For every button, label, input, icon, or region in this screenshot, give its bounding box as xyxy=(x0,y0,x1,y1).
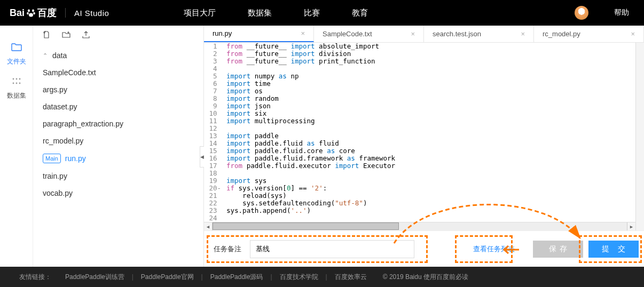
scroll-track[interactable] xyxy=(213,222,627,231)
footer-link[interactable]: PaddlePaddle官网 xyxy=(141,273,194,282)
sidebar-datasets[interactable]: 数据集 xyxy=(0,73,33,105)
folder-icon xyxy=(11,43,22,54)
studio-label: AI Studio xyxy=(74,9,109,18)
scroll-right-icon[interactable]: ▶ xyxy=(627,222,635,231)
close-icon[interactable]: × xyxy=(521,30,525,38)
new-folder-icon[interactable] xyxy=(62,31,70,40)
tree-file[interactable]: train.py xyxy=(42,168,195,185)
scroll-left-icon[interactable]: ◀ xyxy=(204,222,213,231)
logo[interactable]: Bai 百度 AI Studio xyxy=(10,6,109,19)
tab-search[interactable]: search.test.json× xyxy=(424,26,534,42)
top-nav: Bai 百度 AI Studio 项目大厅 数据集 比赛 教育 帮助 xyxy=(0,0,644,26)
dataset-icon xyxy=(11,77,22,88)
remark-input[interactable] xyxy=(250,240,414,258)
main-nav: 项目大厅 数据集 比赛 教育 xyxy=(184,8,368,18)
svg-point-2 xyxy=(27,12,29,14)
svg-point-10 xyxy=(19,83,20,84)
nav-projects[interactable]: 项目大厅 xyxy=(184,8,216,18)
footer-copyright: © 2019 Baidu 使用百度前必读 xyxy=(383,273,468,282)
tree-file[interactable]: rc_model.py xyxy=(42,132,195,149)
editor-tabs: run.py× SampleCode.txt× search.test.json… xyxy=(204,26,644,43)
file-tree: ⌃data SampleCode.txt args.py dataset.py … xyxy=(33,45,203,267)
tab-rcmodel[interactable]: rc_model.py× xyxy=(534,26,644,42)
collapse-handle[interactable]: ◀ xyxy=(200,146,204,168)
file-toolbar xyxy=(33,26,203,45)
sidebar-datasets-label: 数据集 xyxy=(7,91,26,100)
tree-file[interactable]: paragraph_extraction.py xyxy=(42,115,195,132)
close-icon[interactable]: × xyxy=(631,30,635,38)
svg-point-9 xyxy=(15,83,17,84)
tree-file[interactable]: SampleCode.txt xyxy=(42,64,195,81)
help-link[interactable]: 帮助 xyxy=(614,8,629,18)
remark-label: 任务备注 xyxy=(214,244,241,254)
footer-link[interactable]: PaddlePaddle源码 xyxy=(210,273,263,282)
tree-file[interactable]: dataset.py xyxy=(42,98,195,115)
tree-folder[interactable]: ⌃data xyxy=(42,47,195,64)
nav-education[interactable]: 教育 xyxy=(352,8,368,18)
h-scrollbar[interactable]: ◀ ▶ xyxy=(204,222,635,230)
close-icon[interactable]: × xyxy=(301,29,305,37)
footer-label: 友情链接： xyxy=(19,273,51,282)
view-tasks-link[interactable]: 查看任务列表 xyxy=(473,244,515,254)
save-button[interactable]: 保存 xyxy=(533,241,583,258)
code-editor[interactable]: 1 from __future__ import absolute_import… xyxy=(204,43,644,230)
footer: 友情链接： PaddlePaddle训练营| PaddlePaddle官网| P… xyxy=(0,267,644,287)
chevron-down-icon: ⌃ xyxy=(43,52,48,59)
editor-area: ◀ run.py× SampleCode.txt× search.test.js… xyxy=(204,26,644,267)
sidebar-files[interactable]: 文件夹 xyxy=(0,38,33,70)
svg-point-5 xyxy=(12,78,14,80)
tab-run[interactable]: run.py× xyxy=(204,26,314,42)
submit-button[interactable]: 提 交 xyxy=(588,241,639,258)
footer-link[interactable]: 百度技术学院 xyxy=(280,273,318,282)
footer-link[interactable]: 百度效率云 xyxy=(335,273,367,282)
nav-competitions[interactable]: 比赛 xyxy=(304,8,320,18)
new-file-icon[interactable] xyxy=(43,31,50,40)
tree-file[interactable]: args.py xyxy=(42,81,195,98)
baidu-paw-icon: Bai 百度 xyxy=(10,6,57,19)
svg-point-4 xyxy=(29,13,33,17)
svg-point-1 xyxy=(32,10,34,12)
sidebar-files-label: 文件夹 xyxy=(7,57,26,66)
icon-sidebar: 文件夹 数据集 xyxy=(0,26,33,267)
nav-datasets[interactable]: 数据集 xyxy=(248,8,272,18)
avatar[interactable] xyxy=(575,6,588,20)
main-area: 文件夹 数据集 ⌃data SampleCode.txt args.py dat… xyxy=(0,26,644,267)
footer-link[interactable]: PaddlePaddle训练营 xyxy=(65,273,124,282)
tab-sample[interactable]: SampleCode.txt× xyxy=(314,26,424,42)
divider xyxy=(65,8,66,18)
tree-file-main[interactable]: Mainrun.py xyxy=(42,149,195,168)
upload-icon[interactable] xyxy=(82,31,90,40)
close-icon[interactable]: × xyxy=(411,30,415,38)
action-bar: 任务备注 查看任务列表 保存 提 交 xyxy=(204,230,644,267)
file-panel: ⌃data SampleCode.txt args.py dataset.py … xyxy=(33,26,204,267)
svg-point-0 xyxy=(28,10,30,12)
svg-point-3 xyxy=(33,12,35,14)
svg-point-8 xyxy=(12,83,14,84)
svg-point-7 xyxy=(19,78,20,80)
tree-file[interactable]: vocab.py xyxy=(42,185,195,202)
main-tag: Main xyxy=(43,154,61,163)
svg-point-6 xyxy=(15,78,17,80)
scroll-thumb[interactable] xyxy=(213,222,399,230)
